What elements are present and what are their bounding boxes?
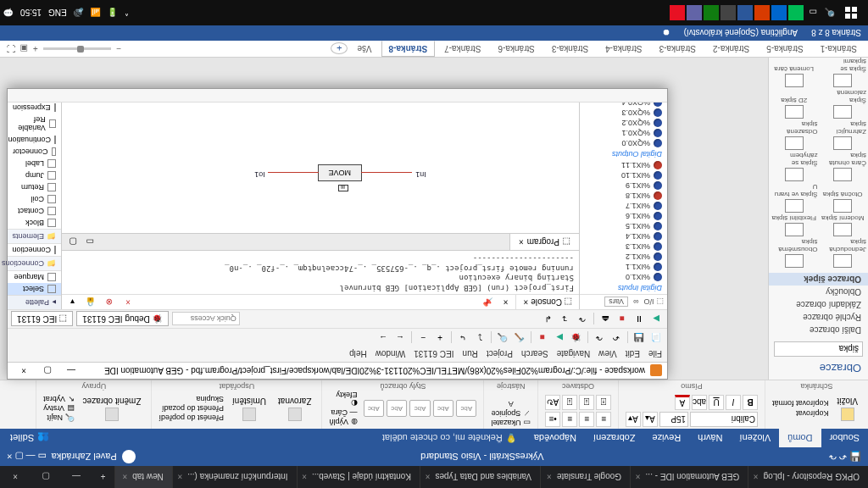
io-item[interactable]: %IX1.11: [580, 160, 667, 170]
tray-notifications-icon[interactable]: 💬: [3, 8, 14, 18]
quick-access-input[interactable]: [172, 313, 240, 326]
browser-tab[interactable]: New tab×: [114, 466, 172, 488]
minimize-button[interactable]: —: [61, 466, 92, 488]
shape-item[interactable]: Zahrnující šipka: [820, 120, 867, 150]
palette-section-elements[interactable]: 📁 Elements: [8, 229, 61, 244]
record-macro-icon[interactable]: ⏺: [662, 29, 670, 38]
shape-item[interactable]: Šipka se šipkami: [820, 58, 867, 87]
font-color-button[interactable]: A: [675, 395, 690, 410]
maximize-button[interactable]: ▢: [15, 452, 24, 463]
ribbon-display-options-icon[interactable]: ▭: [38, 452, 47, 463]
palette-label[interactable]: Label: [8, 158, 61, 169]
zoom-in-button[interactable]: +: [33, 44, 38, 53]
move-block[interactable]: MOVE: [318, 164, 362, 181]
font-name-select[interactable]: [690, 412, 758, 427]
page-tab[interactable]: Stránka-8: [381, 41, 436, 57]
save-icon[interactable]: 💾: [632, 330, 647, 346]
taskbar-app[interactable]: [704, 5, 719, 20]
step-icon[interactable]: ↴: [558, 312, 573, 327]
tray-battery-icon[interactable]: 🔋: [108, 8, 118, 18]
menu-view[interactable]: View: [598, 350, 617, 359]
copy-button[interactable]: Kopírovat: [772, 410, 829, 419]
close-icon[interactable]: ×: [547, 473, 552, 482]
io-item[interactable]: %IX1.2: [580, 252, 667, 262]
undo-icon[interactable]: ↶: [839, 452, 847, 463]
step-icon[interactable]: ↲: [541, 312, 556, 327]
select-button[interactable]: ↖ Vybrat: [43, 396, 74, 404]
io-item[interactable]: %IX1.9: [580, 180, 667, 191]
undo-icon[interactable]: ↶: [609, 330, 624, 346]
shape-item[interactable]: Jednoduchá šipka: [820, 238, 867, 268]
page-tab[interactable]: Stránka-3: [544, 41, 596, 57]
back-icon[interactable]: ←: [392, 330, 408, 346]
vars-button[interactable]: Vars: [604, 297, 628, 308]
shape-item[interactable]: 2D šipka: [771, 89, 818, 119]
palette-connector[interactable]: Connector: [8, 146, 61, 158]
align-top-icon[interactable]: ⍐: [596, 395, 611, 410]
bullets-icon[interactable]: •≡: [545, 412, 560, 427]
zoom-in-icon[interactable]: +: [432, 330, 448, 346]
bring-front-button[interactable]: Přenést do popředí: [159, 414, 224, 423]
terminate-icon[interactable]: ■: [615, 312, 630, 327]
increase-font-icon[interactable]: A▴: [643, 412, 658, 427]
disconnect-icon[interactable]: ⏏: [598, 312, 613, 327]
menu-navigate[interactable]: Navigate: [557, 350, 590, 359]
shape-item[interactable]: Odsazená šipka: [771, 120, 818, 150]
connector-tool[interactable]: ⟋ Spojnice: [492, 409, 531, 418]
browser-tab[interactable]: Kontaktní údaje | Staveb...×: [297, 466, 420, 488]
line-button[interactable]: — Čára: [329, 409, 357, 418]
console-menu-icon[interactable]: ▾: [65, 297, 79, 307]
resume-icon[interactable]: ▶: [648, 312, 664, 327]
stencil-item[interactable]: Rychlé obrazce: [769, 311, 868, 324]
tell-me-search[interactable]: 💡 Řekněte mi, co chcete udělat: [382, 433, 517, 444]
close-button[interactable]: ×: [13, 364, 35, 378]
zoom-slider[interactable]: [43, 47, 111, 50]
page-tab[interactable]: Stránka-4: [598, 41, 649, 57]
decrease-font-icon[interactable]: A▾: [626, 412, 641, 427]
palette-connection[interactable]: Connection: [8, 244, 61, 256]
shape-item[interactable]: Šipka ve tvaru U: [771, 183, 818, 213]
console-pin-icon[interactable]: 📌: [481, 297, 495, 307]
step-into-icon[interactable]: ⤷: [455, 330, 470, 346]
search-icon[interactable]: 🔍: [822, 5, 837, 20]
browser-tab[interactable]: Variables and Data Types×: [420, 466, 540, 488]
pointer-tool[interactable]: ▭ Ukazatel: [491, 419, 531, 427]
tray-language[interactable]: ENG: [48, 8, 67, 18]
taskbar-app[interactable]: [687, 5, 702, 20]
new-icon[interactable]: 📄: [648, 330, 664, 346]
close-icon[interactable]: ×: [177, 473, 182, 482]
align-right-icon[interactable]: ≡: [562, 412, 577, 427]
ribbon-tab-insert[interactable]: Vložení: [731, 429, 779, 447]
bold-button[interactable]: B: [743, 395, 758, 410]
stencil-item[interactable]: Obrazce šipek: [769, 273, 868, 286]
step-icon[interactable]: ↷: [575, 312, 590, 327]
io-item[interactable]: %QX0.0: [580, 138, 667, 148]
fullscreen-icon[interactable]: ⛶: [7, 44, 15, 53]
italic-button[interactable]: I: [726, 395, 741, 410]
close-button[interactable]: ×: [7, 452, 12, 462]
io-tab[interactable]: ⬚ I/O: [643, 298, 664, 307]
page-tab[interactable]: Stránka-5: [759, 41, 810, 57]
debug-icon[interactable]: 🐞: [569, 330, 584, 346]
align-left-icon[interactable]: ≡: [596, 412, 611, 427]
shape-style[interactable]: Abc: [409, 401, 430, 418]
search-icon[interactable]: 🔍: [495, 330, 510, 346]
shape-item[interactable]: Moderní šipka: [820, 214, 867, 236]
build-icon[interactable]: 🔨: [512, 330, 527, 346]
shape-item[interactable]: Flexibilní šipka: [771, 214, 818, 236]
tray-clock[interactable]: 15:50: [20, 8, 42, 18]
taskbar-app[interactable]: [754, 5, 770, 20]
layers-button[interactable]: ▤ Vrstvy: [43, 405, 74, 413]
close-icon[interactable]: ×: [302, 473, 307, 482]
page-tab[interactable]: Stránka-1: [813, 41, 865, 57]
tray-up-icon[interactable]: ˄: [125, 8, 129, 18]
align-middle-icon[interactable]: ⍗: [579, 395, 594, 410]
ribbon-tab-home[interactable]: Domů: [779, 429, 821, 447]
io-item[interactable]: %IX1.1: [580, 262, 667, 272]
underline-button[interactable]: U: [709, 395, 724, 410]
stencil-item[interactable]: Obloučky: [769, 286, 868, 298]
user-account[interactable]: Pavel Zahrádka: [52, 450, 136, 463]
palette-coil[interactable]: Coil: [8, 193, 61, 205]
console-remove-icon[interactable]: ×: [121, 297, 135, 307]
page-tab[interactable]: Stránka-7: [437, 41, 488, 57]
